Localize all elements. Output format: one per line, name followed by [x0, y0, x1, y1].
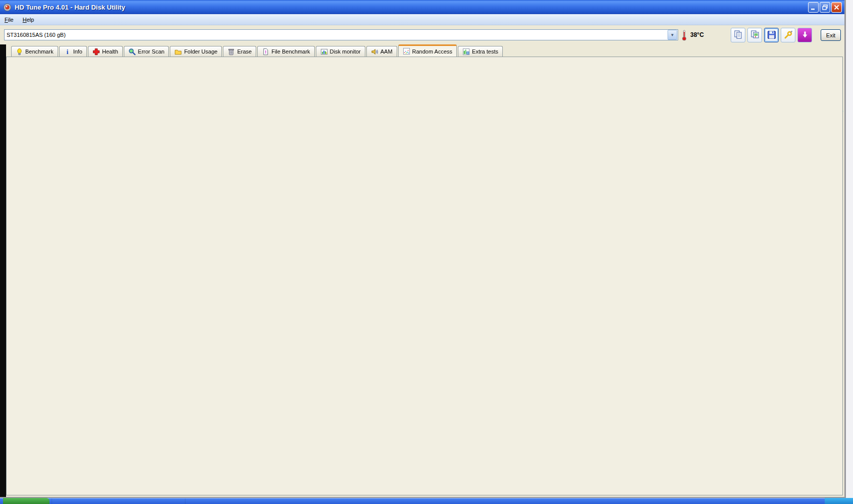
taskbar[interactable] — [0, 498, 853, 504]
menubar: FileHelp — [0, 14, 846, 25]
titlebar: HD Tune Pro 4.01 - Hard Disk Utility — [0, 0, 846, 14]
copy-image-icon — [750, 30, 760, 41]
drive-select[interactable]: ST3160815AS (160 gB) ▼ — [4, 29, 678, 40]
update-icon — [800, 30, 810, 41]
tab-label: File Benchmark — [271, 48, 310, 55]
toolbar: ST3160815AS (160 gB) ▼ 38°C Exit — [0, 25, 846, 45]
tab-benchmark[interactable]: Benchmark — [11, 46, 58, 57]
update-button[interactable] — [797, 28, 812, 42]
tab-label: AAM — [381, 48, 393, 55]
erase-icon — [227, 48, 235, 56]
benchmark-icon — [16, 48, 23, 56]
restore-button[interactable] — [820, 2, 830, 13]
window-title: HD Tune Pro 4.01 - Hard Disk Utility — [15, 4, 125, 11]
minimize-button[interactable] — [808, 2, 819, 13]
save-icon — [767, 30, 777, 41]
folder-usage-icon — [174, 48, 182, 56]
save-button[interactable] — [764, 28, 779, 42]
tab-label: Extra tests — [472, 48, 498, 55]
svg-text:i: i — [66, 48, 68, 56]
svg-text:!: ! — [265, 49, 266, 55]
temperature-label: 38°C — [690, 31, 704, 38]
tab-random-access[interactable]: Random Access — [398, 44, 457, 57]
tab-folder-usage[interactable]: Folder Usage — [170, 46, 222, 57]
tab-label: Erase — [237, 48, 252, 55]
tab-page-random-access — [6, 57, 843, 495]
window-left-edge — [0, 44, 6, 498]
menu-item-help[interactable]: Help — [18, 16, 39, 24]
tab-info[interactable]: iInfo — [59, 46, 87, 57]
menu-item-file[interactable]: File — [0, 16, 18, 24]
close-button[interactable] — [831, 2, 842, 13]
file-benchmark-icon: ! — [262, 48, 269, 56]
tab-label: Folder Usage — [184, 48, 217, 55]
info-icon: i — [64, 48, 71, 56]
tab-label: Error Scan — [138, 48, 165, 55]
copy-image-button[interactable] — [747, 28, 762, 42]
app-icon — [3, 3, 12, 12]
tab-extra-tests[interactable]: Extra tests — [458, 46, 503, 57]
tab-file-benchmark[interactable]: !File Benchmark — [257, 46, 314, 57]
error-scan-icon — [128, 48, 136, 56]
taskbar-tray-edge — [825, 498, 853, 504]
tabstrip: BenchmarkiInfoHealthError ScanFolder Usa… — [11, 45, 503, 57]
health-icon — [92, 48, 100, 56]
tab-label: Info — [73, 48, 82, 55]
disk-monitor-icon — [320, 48, 328, 56]
tab-label: Health — [102, 48, 118, 55]
options-button[interactable] — [781, 28, 795, 42]
tab-label: Disk monitor — [330, 48, 361, 55]
copy-text-icon — [733, 30, 743, 41]
drive-select-value: ST3160815AS (160 gB) — [5, 32, 667, 38]
desktop: HD Tune Pro 4.01 - Hard Disk Utility Fil… — [0, 0, 853, 504]
tab-health[interactable]: Health — [88, 46, 123, 57]
thermometer-icon — [681, 30, 687, 42]
tab-aam[interactable]: AAM — [366, 46, 397, 57]
tab-label: Benchmark — [25, 48, 54, 55]
app-window: HD Tune Pro 4.01 - Hard Disk Utility Fil… — [0, 0, 846, 498]
random-access-icon — [403, 47, 410, 55]
chevron-down-icon[interactable]: ▼ — [668, 30, 677, 40]
tab-label: Random Access — [412, 48, 452, 55]
window-right-border — [844, 0, 846, 498]
tab-disk-monitor[interactable]: Disk monitor — [316, 46, 365, 57]
aam-icon — [371, 48, 378, 56]
start-menu-button[interactable] — [3, 498, 50, 504]
tab-erase[interactable]: Erase — [223, 46, 256, 57]
options-icon — [783, 30, 793, 41]
tab-error-scan[interactable]: Error Scan — [124, 46, 169, 57]
exit-button[interactable]: Exit — [821, 29, 841, 41]
extra-tests-icon — [462, 48, 470, 56]
copy-text-button[interactable] — [731, 28, 745, 42]
